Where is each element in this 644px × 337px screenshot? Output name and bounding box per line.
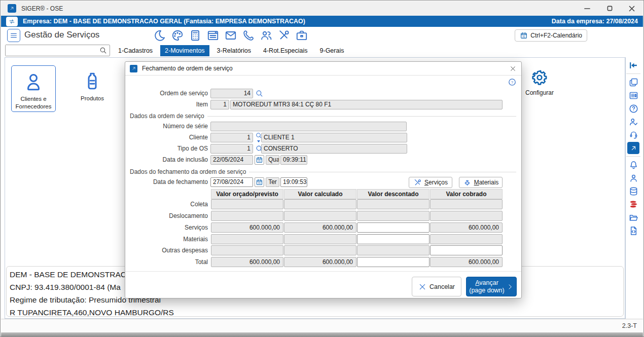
switch-company-icon[interactable] <box>6 17 18 26</box>
folder-open-icon[interactable] <box>627 211 639 223</box>
active-module-icon[interactable] <box>627 142 639 154</box>
svg-text:31: 31 <box>258 159 261 162</box>
window-title: SIGER® - OSE <box>21 5 63 12</box>
company-date: Data da empresa: 27/08/2024 <box>552 18 638 25</box>
materiais-button[interactable]: Materiais <box>459 177 503 188</box>
item-number-field: 1 <box>210 100 229 109</box>
agenda-icon[interactable] <box>206 29 220 42</box>
table-cell <box>284 245 356 255</box>
table-cell <box>357 245 430 255</box>
table-cell <box>211 245 283 255</box>
data-fechamento-time-field[interactable]: 19:09:53 <box>280 177 307 187</box>
table-cell <box>211 234 283 244</box>
tab-gerais[interactable]: 9-Gerais <box>315 45 349 56</box>
numero-serie-label: Número de série <box>125 122 208 131</box>
mail-icon[interactable] <box>224 29 237 42</box>
user-check-icon[interactable] <box>627 116 639 128</box>
dark-mode-moon-icon[interactable] <box>153 29 166 42</box>
people-icon[interactable] <box>260 29 273 42</box>
collapse-sidebar-icon[interactable] <box>627 59 639 71</box>
data-fechamento-field[interactable]: 27/08/2024 <box>210 177 253 187</box>
script-scroll-icon[interactable] <box>627 76 639 88</box>
shortcut-label: Configurar <box>525 89 554 96</box>
column-header: Valor calculado <box>284 189 356 199</box>
data-inclusao-label: Data de inclusão <box>125 155 208 165</box>
item-description-field: MOTOREDUT MTR3 84:1 CÇ 80 F1 <box>230 100 503 109</box>
window-titlebar: SIGER® - OSE <box>1 1 643 16</box>
tab-movimentos[interactable]: 2-Movimentos <box>160 45 209 56</box>
tools-icon <box>413 178 422 187</box>
advance-button[interactable]: Avançar(page down) <box>466 277 517 296</box>
tipo-os-name-field: CONSERTO <box>261 144 407 154</box>
table-cell-editable[interactable] <box>357 222 430 233</box>
dialog-help-icon[interactable]: ? <box>508 78 517 87</box>
shortcut-label: Clientes e <box>20 96 46 102</box>
data-inclusao-calendar-icon[interactable]: 31 <box>255 155 264 165</box>
data-inclusao-weekday-field: Qua <box>266 155 279 165</box>
theme-palette-icon[interactable] <box>171 29 184 42</box>
phone-icon[interactable] <box>242 29 255 42</box>
shortcut-label: Produtos <box>81 95 104 102</box>
user-icon[interactable] <box>627 172 639 184</box>
dialog-titlebar: Fechamento de ordem de serviço <box>125 62 521 76</box>
servicos-button[interactable]: Serviços <box>409 177 452 188</box>
table-cell: 600.000,00 <box>211 257 283 267</box>
coins-icon[interactable] <box>627 198 639 210</box>
ordem-lookup-icon[interactable] <box>255 89 264 98</box>
calendar-shortcut-label: Ctrl+F2-Calendário <box>530 32 582 39</box>
table-cell-editable[interactable] <box>357 234 430 244</box>
version-label: 2.3-T <box>622 322 637 329</box>
table-cell-editable[interactable] <box>430 245 503 255</box>
shortcut-produtos[interactable]: Produtos <box>70 65 115 112</box>
table-cell <box>284 211 356 221</box>
headset-support-icon[interactable] <box>627 129 639 141</box>
shortcut-clientes-fornecedores[interactable]: Clientes eFornecedores <box>11 65 56 112</box>
cliente-number-field: 1 <box>210 133 253 142</box>
ordem-servico-label: Ordem de serviço <box>125 89 208 98</box>
search-icon[interactable] <box>99 46 108 55</box>
person-icon <box>23 71 44 92</box>
bell-icon[interactable] <box>627 159 639 171</box>
maximize-button[interactable] <box>598 1 621 16</box>
column-header: Valor descontado <box>357 189 430 199</box>
numero-serie-field <box>210 122 407 131</box>
tab-rot-especiais[interactable]: 4-Rot.Especiais <box>259 45 312 56</box>
calculator-icon[interactable] <box>189 29 202 42</box>
minimize-button[interactable] <box>576 1 598 16</box>
table-cell-editable[interactable] <box>357 257 430 267</box>
menu-button[interactable] <box>7 29 20 42</box>
briefcase-icon[interactable] <box>295 29 308 42</box>
window-bottom-edge <box>1 332 643 337</box>
cliente-name-field: CLIENTE 1 <box>261 133 407 142</box>
search-input[interactable] <box>6 45 99 56</box>
table-cell: 600.000,00 <box>211 222 283 233</box>
tab-relatorios[interactable]: 3-Relatórios <box>212 45 256 56</box>
data-fechamento-label: Data de fechamento <box>125 177 208 187</box>
help-circle-icon[interactable] <box>627 102 639 115</box>
chevron-right-icon <box>507 283 514 290</box>
gear-icon <box>530 68 549 87</box>
table-cell <box>430 211 503 221</box>
code-file-icon[interactable] <box>627 224 639 237</box>
tab-cadastros[interactable]: 1-Cadastros <box>114 45 157 56</box>
tools-icon[interactable] <box>277 29 291 42</box>
newspaper-icon[interactable] <box>627 89 639 101</box>
row-label: Total <box>125 257 208 267</box>
calendar-shortcut-button[interactable]: 31 Ctrl+F2-Calendário <box>515 29 587 42</box>
cliente-dropdown-caret-icon[interactable] <box>257 140 260 142</box>
table-cell <box>430 234 503 244</box>
shortcut-configurar[interactable]: Configurar <box>518 68 561 96</box>
app-window: SIGER® - OSE Empresa: DEM - BASE DE DEMO… <box>0 0 644 337</box>
cancel-button[interactable]: Cancelar <box>412 277 461 296</box>
close-button[interactable] <box>621 1 643 16</box>
cliente-label: Cliente <box>125 133 208 142</box>
status-bar: 2.3-T <box>1 319 643 332</box>
toolbar: Gestão de Serviços 31 Ctrl+F2-Calendário <box>1 27 643 44</box>
row-label: Materiais <box>125 234 208 244</box>
dialog-title: Fechamento de ordem de serviço <box>142 65 233 72</box>
row-label: Deslocamento <box>125 211 208 221</box>
data-inclusao-time-field: 09:39:11 <box>280 155 307 165</box>
data-fechamento-calendar-icon[interactable]: 31 <box>255 177 264 187</box>
dialog-close-icon[interactable] <box>504 62 521 75</box>
database-icon[interactable] <box>627 185 639 197</box>
